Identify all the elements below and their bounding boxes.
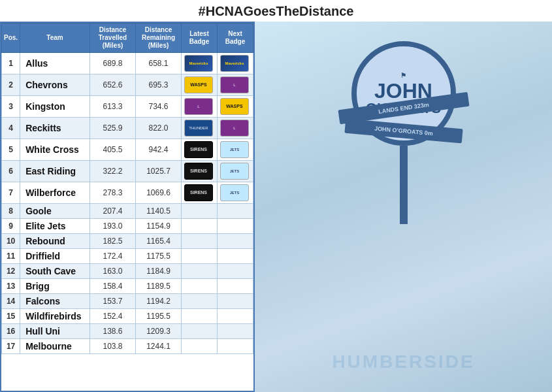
rem-cell: 1184.9 [136, 264, 182, 279]
team-cell: Driffield [20, 249, 90, 264]
col-team: Team [20, 24, 90, 53]
badge-cell [182, 234, 218, 249]
dist-cell: 613.3 [90, 96, 136, 118]
badge-cell [182, 264, 218, 279]
table-row: 5 White Cross 405.5 942.4 SIRENS JETS [2, 139, 253, 161]
team-cell: South Cave [20, 264, 90, 279]
pos-cell: 11 [2, 249, 20, 264]
pos-cell: 6 [2, 161, 20, 182]
pos-cell: 16 [2, 324, 20, 339]
table-row: 6 East Riding 322.2 1025.7 SIRENS JETS [2, 161, 253, 182]
sign-small-text: ⚑ [366, 72, 441, 79]
badge-cell: JETS [218, 139, 253, 161]
badge-cell [182, 249, 218, 264]
team-cell: Allus [20, 53, 90, 74]
team-cell: Kingston [20, 96, 90, 118]
team-cell: Wilberforce [20, 182, 90, 204]
badge-cell: SIRENS [182, 182, 218, 204]
team-cell: Brigg [20, 279, 90, 294]
pos-cell: 4 [2, 118, 20, 139]
table-row: 17 Melbourne 103.8 1244.1 [2, 339, 253, 354]
badge-cell [182, 309, 218, 324]
dist-cell: 193.0 [90, 219, 136, 234]
rem-cell: 1069.6 [136, 182, 182, 204]
table-row: 14 Falcons 153.7 1194.2 [2, 294, 253, 309]
badge-cell: L [218, 74, 253, 96]
rem-cell: 734.6 [136, 96, 182, 118]
leaderboard-table-section[interactable]: Pos. Team Distance Travelled (Miles) Dis… [0, 22, 255, 392]
team-cell: Rebound [20, 234, 90, 249]
dist-cell: 153.7 [90, 294, 136, 309]
team-cell: Hull Uni [20, 324, 90, 339]
table-row: 8 Goole 207.4 1140.5 [2, 204, 253, 219]
badge-cell [218, 279, 253, 294]
table-row: 7 Wilberforce 278.3 1069.6 SIRENS JETS [2, 182, 253, 204]
pos-cell: 2 [2, 74, 20, 96]
page-title: #HCNAGoesTheDistance [199, 4, 354, 18]
table-header-row: Pos. Team Distance Travelled (Miles) Dis… [2, 24, 253, 53]
watermark: HUMBERSIDE [332, 351, 474, 372]
table-body: 1 Allus 689.8 658.1 Mavericks Mavericks … [2, 53, 253, 354]
table-row: 12 South Cave 163.0 1184.9 [2, 264, 253, 279]
dist-cell: 158.4 [90, 279, 136, 294]
team-cell: White Cross [20, 139, 90, 161]
badge-cell: WASPS [218, 96, 253, 118]
badge-cell: L [182, 96, 218, 118]
table-row: 10 Rebound 182.5 1165.4 [2, 234, 253, 249]
dist-cell: 182.5 [90, 234, 136, 249]
col-rem: Distance Remaining (Miles) [136, 24, 182, 53]
rem-cell: 1244.1 [136, 339, 182, 354]
rem-cell: 1195.5 [136, 309, 182, 324]
main-content: Pos. Team Distance Travelled (Miles) Dis… [0, 22, 552, 392]
badge-cell [218, 204, 253, 219]
dist-cell: 322.2 [90, 161, 136, 182]
table-row: 2 Chevrons 652.6 695.3 WASPS L [2, 74, 253, 96]
badge-cell: SIRENS [182, 161, 218, 182]
rem-cell: 1154.9 [136, 219, 182, 234]
pos-cell: 14 [2, 294, 20, 309]
badge-cell [218, 294, 253, 309]
rem-cell: 1140.5 [136, 204, 182, 219]
pos-cell: 7 [2, 182, 20, 204]
badge-cell [182, 279, 218, 294]
badge-cell: L [218, 118, 253, 139]
badge-cell [182, 219, 218, 234]
badge-cell [182, 339, 218, 354]
table-row: 15 Wildfirebirds 152.4 1195.5 [2, 309, 253, 324]
dist-cell: 103.8 [90, 339, 136, 354]
rem-cell: 1189.5 [136, 279, 182, 294]
pos-cell: 5 [2, 139, 20, 161]
table-row: 9 Elite Jets 193.0 1154.9 [2, 219, 253, 234]
badge-cell [182, 204, 218, 219]
dist-cell: 152.4 [90, 309, 136, 324]
badge-cell: Mavericks [218, 53, 253, 74]
sign-graphic: ⚑ JOHN O'GROATS LANDS END 323m JOHN O'GR [255, 22, 552, 146]
dist-cell: 278.3 [90, 182, 136, 204]
badge-cell [218, 309, 253, 324]
badge-cell [218, 219, 253, 234]
table-row: 13 Brigg 158.4 1189.5 [2, 279, 253, 294]
sign-image-section: ⚑ JOHN O'GROATS LANDS END 323m JOHN O'GR [255, 22, 552, 392]
badge-cell: WASPS [182, 74, 218, 96]
team-cell: Falcons [20, 294, 90, 309]
team-cell: Wildfirebirds [20, 309, 90, 324]
pos-cell: 13 [2, 279, 20, 294]
dist-cell: 163.0 [90, 264, 136, 279]
pos-cell: 12 [2, 264, 20, 279]
col-pos: Pos. [2, 24, 20, 53]
pos-cell: 1 [2, 53, 20, 74]
pos-cell: 10 [2, 234, 20, 249]
badge-cell [218, 249, 253, 264]
pos-cell: 17 [2, 339, 20, 354]
pos-cell: 3 [2, 96, 20, 118]
leaderboard-table: Pos. Team Distance Travelled (Miles) Dis… [1, 23, 253, 354]
table-row: 4 Reckitts 525.9 822.0 THUNDER L [2, 118, 253, 139]
rem-cell: 658.1 [136, 53, 182, 74]
team-cell: East Riding [20, 161, 90, 182]
badge-cell [218, 264, 253, 279]
badge-cell [218, 339, 253, 354]
dist-cell: 172.4 [90, 249, 136, 264]
dist-cell: 207.4 [90, 204, 136, 219]
rem-cell: 695.3 [136, 74, 182, 96]
pos-cell: 9 [2, 219, 20, 234]
